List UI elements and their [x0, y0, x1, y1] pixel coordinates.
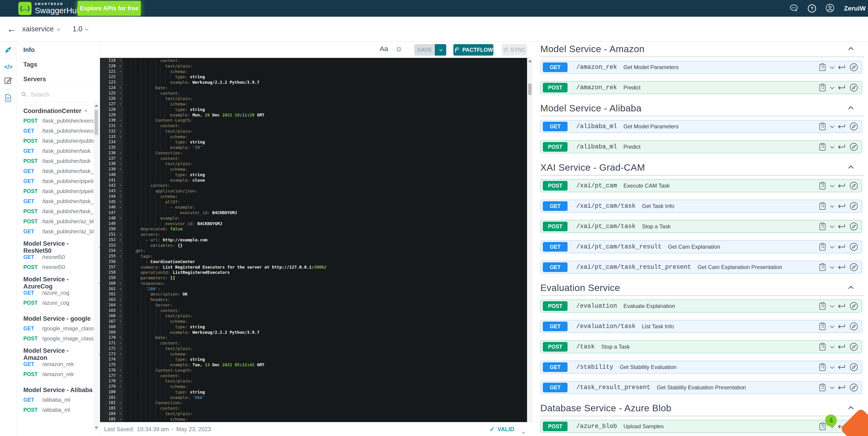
api-name-dropdown[interactable]: xaiservice — [22, 25, 60, 33]
code-line[interactable]: 135example: '29' — [100, 145, 532, 150]
code-line[interactable]: 169example: Werkzeug/2.2.2 Python/3.9.7 — [100, 330, 532, 335]
fold-arrow-icon[interactable]: ▾ — [117, 281, 123, 286]
fold-arrow-icon[interactable]: ▾ — [117, 188, 123, 194]
code-line[interactable]: 160▾responses: — [100, 281, 532, 286]
code-line[interactable]: 134type: string — [100, 139, 532, 145]
code-line[interactable]: 124▾Date: — [100, 85, 532, 91]
fold-arrow-icon[interactable]: ▾ — [117, 63, 123, 69]
fold-arrow-icon[interactable]: ▾ — [117, 91, 123, 96]
sidebar-endpoint[interactable]: POST/task_publisher/executor — [17, 116, 100, 126]
chevron-down-icon[interactable] — [830, 85, 834, 89]
docs-section-header[interactable]: XAI Service - Grad-CAM — [540, 162, 865, 173]
operation-row[interactable]: GET/amazon_rekGet Model Parameters — [540, 61, 862, 74]
api-designer-tab[interactable] — [0, 46, 17, 54]
code-line[interactable]: 121▾schema: — [100, 69, 532, 74]
fold-arrow-icon[interactable]: ▾ — [117, 194, 123, 199]
return-arrow-icon[interactable] — [837, 183, 845, 188]
code-line[interactable]: 142▾content: — [100, 183, 532, 188]
fold-arrow-icon[interactable]: ▾ — [117, 248, 123, 253]
code-line[interactable]: 132▾text/plain: — [100, 129, 532, 134]
code-line[interactable]: 168type: string — [100, 324, 532, 330]
code-line[interactable]: 175example: Tue, 13 Dec 2022 05:12:41 GM… — [100, 362, 532, 368]
code-line[interactable]: 148▾example: — [100, 216, 532, 221]
explore-apis-button[interactable]: Explore APIs for free — [78, 1, 141, 16]
code-line[interactable]: 129example: Mon, 26 Dec 2022 19:11:28 GM… — [100, 112, 532, 118]
compass-icon[interactable] — [849, 363, 858, 372]
code-line[interactable]: 162description: OK — [100, 291, 532, 297]
code-line[interactable]: 177▾content: — [100, 373, 532, 379]
return-arrow-icon[interactable] — [837, 124, 845, 129]
sidebar-group-header[interactable]: Model Service - ResNet50 — [17, 243, 100, 252]
code-line[interactable]: 147executor_id: B4CKBOYGMJ — [100, 210, 532, 216]
fold-arrow-icon[interactable]: ▾ — [117, 96, 123, 101]
fold-arrow-icon[interactable]: ▾ — [117, 286, 123, 292]
return-arrow-icon[interactable] — [837, 244, 845, 250]
operation-row[interactable]: GET/alibaba_mlGet Model Parameters — [540, 120, 862, 133]
code-line[interactable]: 125▾content: — [100, 91, 532, 96]
sidebar-endpoint[interactable]: POST/task_publisher/task_sheet — [17, 206, 100, 216]
save-button[interactable]: SAVE — [414, 44, 435, 56]
code-line[interactable]: 143▾application/json: — [100, 188, 532, 194]
code-line[interactable]: 167▾schema: — [100, 319, 532, 324]
chevron-down-icon[interactable] — [830, 385, 834, 389]
fold-arrow-icon[interactable]: ▾ — [117, 199, 123, 205]
back-arrow-icon[interactable]: ← — [7, 24, 17, 34]
fold-arrow-icon[interactable]: ▾ — [117, 303, 123, 308]
code-line[interactable]: 133▾schema: — [100, 134, 532, 139]
pactflow-button[interactable]: PACTFLOW — [453, 44, 493, 56]
api-version-dropdown[interactable]: 1.0 — [72, 25, 88, 33]
sidebar-item-tags[interactable]: Tags — [17, 57, 100, 72]
fold-arrow-icon[interactable]: ▾ — [117, 156, 123, 161]
return-arrow-icon[interactable] — [837, 365, 845, 370]
code-line[interactable]: 157summary: List Registered Executors fo… — [100, 264, 532, 270]
compass-icon[interactable] — [849, 143, 858, 151]
fold-arrow-icon[interactable]: ▾ — [117, 335, 123, 340]
operation-row[interactable]: GET/xai/pt_cam/taskGet Task Info — [540, 200, 862, 213]
docs-section-header[interactable]: Database Service - Azure Blob — [540, 403, 865, 413]
sidebar-group-header[interactable]: Model Service - google — [17, 314, 100, 323]
fold-arrow-icon[interactable]: ▾ — [117, 319, 123, 324]
code-line[interactable]: 184▾text/plain: — [100, 411, 532, 416]
operation-row[interactable]: POST/azure_blobUpload Samples — [540, 420, 862, 433]
sidebar-endpoint[interactable]: GET/google_image_class — [17, 323, 100, 334]
code-line[interactable]: 144▾schema: — [100, 194, 532, 199]
sidebar-endpoint[interactable]: GET/task_publisher/az_blob — [17, 226, 100, 237]
fold-arrow-icon[interactable]: ▾ — [117, 118, 123, 123]
code-line[interactable]: 165▾content: — [100, 308, 532, 313]
fold-arrow-icon[interactable]: ▾ — [117, 378, 123, 384]
sidebar-item-servers[interactable]: Servers — [17, 72, 100, 87]
sidebar-group-header[interactable]: Model Service - Alibaba — [17, 385, 100, 395]
code-line[interactable]: 156- CoordinationCenter — [100, 259, 532, 264]
fold-arrow-icon[interactable]: ▾ — [117, 373, 123, 379]
fold-arrow-icon[interactable]: ▾ — [117, 308, 123, 313]
compass-icon[interactable] — [849, 222, 858, 231]
return-arrow-icon[interactable] — [837, 204, 845, 209]
sidebar-group-header[interactable]: Model Service - AzureCog — [17, 278, 100, 288]
chevron-down-icon[interactable] — [830, 144, 834, 148]
fold-arrow-icon[interactable]: ▾ — [117, 406, 123, 411]
compass-icon[interactable] — [849, 322, 858, 331]
sidebar-endpoint[interactable]: GET/task_publisher/task — [17, 146, 100, 156]
fold-arrow-icon[interactable]: ▾ — [117, 384, 123, 390]
code-line[interactable]: 127▾schema: — [100, 101, 532, 107]
sidebar-endpoint[interactable]: GET/alibaba_ml — [17, 395, 100, 405]
sidebar-endpoint[interactable]: POST/task_publisher/pipeline — [17, 186, 100, 196]
code-line[interactable]: 139▾schema: — [100, 166, 532, 172]
code-line[interactable]: 178▾text/plain: — [100, 378, 532, 384]
scroll-up-arrow-icon[interactable] — [528, 60, 532, 62]
code-line[interactable]: 182▾Connection: — [100, 400, 532, 406]
compass-icon[interactable] — [849, 302, 858, 310]
operation-row[interactable]: POST/evaluationEvaluate Explanation — [540, 300, 862, 312]
return-arrow-icon[interactable] — [837, 344, 845, 349]
code-line[interactable]: 155▾tags: — [100, 253, 532, 259]
code-line[interactable]: 149executor_id: B4CKBOYGMJ — [100, 221, 532, 226]
code-line[interactable]: 180type: string — [100, 390, 532, 395]
clipboard-icon[interactable] — [819, 182, 826, 190]
sidebar-endpoint[interactable]: POST/azure_cog — [17, 298, 100, 308]
compass-icon[interactable] — [849, 383, 858, 392]
fold-arrow-icon[interactable]: ▾ — [117, 123, 123, 129]
sidebar-endpoint[interactable]: GET/task_publisher/task_sheet — [17, 196, 100, 206]
code-line[interactable]: 120▾text/plain: — [100, 63, 532, 69]
chevron-down-icon[interactable] — [830, 64, 834, 69]
docs-section-header[interactable]: Model Service - Alibaba — [540, 103, 865, 113]
